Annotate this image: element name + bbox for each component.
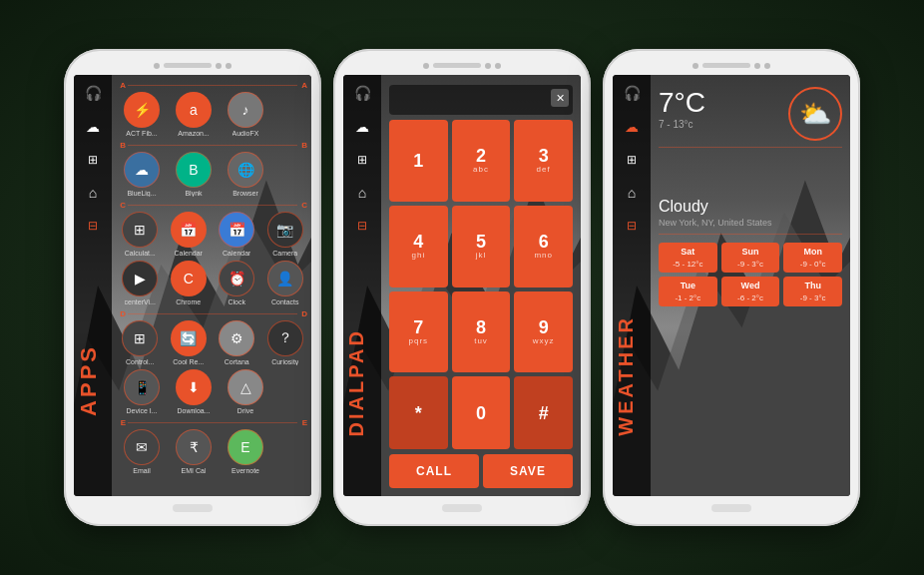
- app-cortana[interactable]: ⚙ Cortana: [215, 320, 259, 365]
- dial-num-1: 1: [413, 152, 423, 170]
- app-icon-drive: △: [228, 369, 263, 405]
- weather-sun-icon: ⛅: [788, 87, 842, 141]
- dialpad-label: DIALPAD: [345, 328, 368, 436]
- dial-call-button[interactable]: CALL: [389, 454, 479, 488]
- dial-btn-0[interactable]: 0: [452, 376, 511, 449]
- alpha-b-right: B: [299, 141, 307, 150]
- app-row-7: ✉ Email ₹ EMI Cal E Evernote: [116, 429, 307, 474]
- app-control[interactable]: ⊞ Control...: [118, 320, 163, 365]
- dialpad-buttons: 1 2 abc 3 def 4 ghi: [389, 120, 573, 449]
- weather-day-wed-label: Wed: [726, 281, 775, 290]
- app-icon-evernote: E: [228, 429, 263, 465]
- dial-btn-7[interactable]: 7 pqrs: [389, 291, 448, 373]
- weather-screen: 🎧 ☁ ⊞ ⌂ ⊟ WEATHER 7°C 7 - 13°c ⛅ Cloudy: [613, 75, 850, 496]
- app-drive[interactable]: △ Drive: [222, 369, 269, 414]
- app-icon-cal1: 📅: [171, 212, 207, 248]
- dial-sub-2: abc: [473, 165, 489, 174]
- weather-condition: Cloudy: [659, 198, 842, 216]
- phone2-camera: [495, 63, 501, 69]
- app-download[interactable]: ⬇ Downloa...: [170, 369, 218, 414]
- dial-btn-hash[interactable]: #: [514, 376, 573, 449]
- home-icon: ⌂: [89, 185, 97, 201]
- dialpad-close-button[interactable]: ✕: [551, 89, 569, 107]
- phone-dot-2: [216, 63, 222, 69]
- apps-screen: 🎧 ☁ ⊞ ⌂ ⊟ APPS A A ⚡ ACT Fib...: [74, 75, 311, 496]
- dialpad-screen: 🎧 ☁ ⊞ ⌂ ⊟ DIALPAD ✕ 1 2 ab: [343, 75, 581, 496]
- dial-btn-4[interactable]: 4 ghi: [389, 206, 448, 288]
- app-label-blynk: Blynk: [185, 190, 202, 197]
- apps-menu-icon[interactable]: ⊟: [88, 219, 98, 233]
- phone-home-button[interactable]: [173, 504, 213, 512]
- app-icon-cortana: ⚙: [219, 320, 254, 356]
- alpha-d-right: D: [299, 309, 307, 318]
- dial-sub-4: ghi: [411, 251, 425, 260]
- app-icon-centervid: ▶: [122, 261, 158, 296]
- app-row-3: ⊞ Calculat... 📅 Calendar 📅 Calendar 📷 Ca…: [116, 212, 307, 257]
- weather-apps-icon[interactable]: ⊟: [627, 219, 637, 233]
- app-camera[interactable]: 📷 Camera: [263, 212, 308, 257]
- app-emical[interactable]: ₹ EMI Cal: [170, 429, 218, 474]
- app-chrome[interactable]: C Chrome: [167, 261, 212, 305]
- app-label-drive: Drive: [237, 407, 253, 414]
- app-label-camera: Camera: [272, 250, 297, 257]
- app-calculator[interactable]: ⊞ Calculat...: [118, 212, 163, 257]
- dial-save-button[interactable]: SAVE: [483, 454, 573, 488]
- app-row-5: ⊞ Control... 🔄 Cool Re... ⚙ Cortana ？ Cu…: [116, 320, 307, 365]
- app-curiosity[interactable]: ？ Curiosity: [263, 320, 308, 365]
- dialpad-cloud-icon: ☁: [355, 119, 369, 135]
- app-label-clock: Clock: [228, 298, 245, 305]
- phone2-home-button[interactable]: [442, 504, 482, 512]
- app-calendar2[interactable]: 📅 Calendar: [215, 212, 259, 257]
- phone-apps: 🎧 ☁ ⊞ ⌂ ⊟ APPS A A ⚡ ACT Fib...: [64, 49, 321, 526]
- alpha-a: A: [116, 81, 126, 90]
- phone-weather: 🎧 ☁ ⊞ ⌂ ⊟ WEATHER 7°C 7 - 13°c ⛅ Cloudy: [603, 49, 860, 526]
- phone-dialpad: 🎧 ☁ ⊞ ⌂ ⊟ DIALPAD ✕ 1 2 ab: [333, 49, 591, 526]
- dial-num-5: 5: [476, 233, 486, 251]
- app-actfib[interactable]: ⚡ ACT Fib...: [118, 92, 166, 137]
- dialpad-container: 🎧 ☁ ⊞ ⌂ ⊟ DIALPAD ✕ 1 2 ab: [343, 75, 581, 496]
- alpha-c: C: [116, 201, 126, 210]
- phone3-speaker: [702, 63, 750, 68]
- app-label-calc: Calculat...: [125, 250, 156, 257]
- dial-btn-6[interactable]: 6 mno: [514, 206, 573, 288]
- phone3-home-button[interactable]: [711, 504, 751, 512]
- phone-camera: [226, 63, 231, 69]
- app-amazon[interactable]: a Amazon...: [170, 92, 218, 137]
- app-email[interactable]: ✉ Email: [118, 429, 166, 474]
- app-label-download: Downloa...: [177, 407, 210, 414]
- app-evernote[interactable]: E Evernote: [222, 429, 269, 474]
- dial-btn-8[interactable]: 8 tuv: [452, 291, 511, 373]
- app-icon-coolre: 🔄: [171, 320, 207, 356]
- weather-top-section: 7°C 7 - 13°c ⛅: [659, 87, 842, 141]
- app-icon-contacts: 👤: [267, 261, 303, 296]
- dial-num-4: 4: [413, 233, 423, 251]
- dialpad-apps-icon[interactable]: ⊟: [357, 219, 367, 233]
- weather-day-wed: Wed -6 - 2°c: [721, 277, 780, 306]
- app-calendar1[interactable]: 📅 Calendar: [167, 212, 212, 257]
- app-contacts[interactable]: 👤 Contacts: [263, 261, 308, 305]
- dial-btn-2[interactable]: 2 abc: [452, 120, 511, 202]
- dial-btn-9[interactable]: 9 wxyz: [514, 291, 573, 373]
- app-blynk[interactable]: B Blynk: [170, 152, 218, 197]
- app-row-1: ⚡ ACT Fib... a Amazon... ♪ AudioFX: [116, 92, 307, 137]
- dial-sub-7: pqrs: [409, 336, 429, 345]
- app-label-curiosity: Curiosity: [271, 358, 298, 365]
- app-bluelight[interactable]: ☁ BlueLig...: [118, 152, 166, 197]
- weather-days-grid: Sat -5 - 12°c Sun -9 - 3°c Mon -9 - 0°c …: [659, 243, 842, 306]
- weather-cloud-icon: ☁: [625, 119, 639, 135]
- dial-btn-star[interactable]: *: [389, 376, 448, 449]
- app-label-cal2: Calendar: [223, 250, 250, 257]
- dial-btn-5[interactable]: 5 jkl: [452, 206, 511, 288]
- weather-day-mon-temp: -9 - 0°c: [788, 260, 837, 269]
- dialpad-actions: CALL SAVE: [389, 454, 573, 488]
- dial-num-3: 3: [539, 147, 549, 165]
- alpha-row-a: A A: [116, 81, 307, 90]
- app-centervid[interactable]: ▶ centerVi...: [118, 261, 163, 305]
- app-clock[interactable]: ⏰ Clock: [215, 261, 259, 305]
- dial-btn-3[interactable]: 3 def: [514, 120, 573, 202]
- app-coolre[interactable]: 🔄 Cool Re...: [167, 320, 212, 365]
- app-browser[interactable]: 🌐 Browser: [222, 152, 269, 197]
- app-audiofx[interactable]: ♪ AudioFX: [222, 92, 269, 137]
- dial-btn-1[interactable]: 1: [389, 120, 448, 202]
- app-deviceinfo[interactable]: 📱 Device I...: [118, 369, 166, 414]
